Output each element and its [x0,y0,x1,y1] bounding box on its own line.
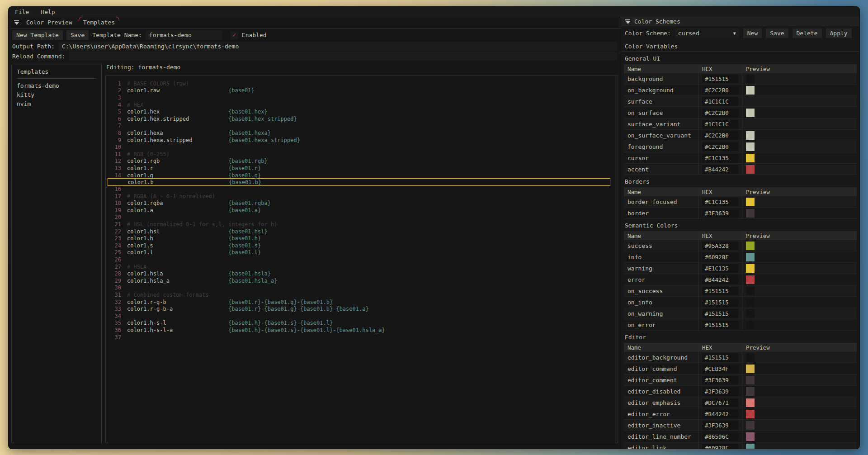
collapse-arrow-icon [625,19,630,24]
color-hex-input[interactable]: #151515 [702,298,738,307]
color-hex-input[interactable]: #95A328 [702,242,738,250]
scheme-delete-button[interactable]: Delete [793,28,822,38]
color-schemes-header[interactable]: Color Schemes [621,17,859,26]
color-swatch[interactable] [746,376,755,384]
color-hex-input[interactable]: #DC7671 [702,398,738,407]
color-hex-cell: #86596C [698,431,742,442]
code-key: color1.r [127,165,228,171]
tab-list-popup-icon[interactable] [14,20,19,25]
color-hex-input[interactable]: #3F3639 [702,421,738,430]
color-hex-input[interactable]: #B44242 [702,410,738,418]
color-hex-input[interactable]: #3F3639 [702,376,738,384]
template-editor: Editing: formats-demo 1# BASE COLORS (ra… [105,64,618,443]
scheme-new-button[interactable]: New [743,28,762,38]
color-swatch[interactable] [746,365,755,373]
color-hex-input[interactable]: #151515 [702,353,738,362]
color-swatch[interactable] [746,410,755,418]
color-table-header: NameHEXPreview [624,343,857,352]
color-preview-cell [742,85,857,95]
color-hex-input[interactable]: #C2C2B0 [702,86,738,95]
color-swatch[interactable] [746,264,755,273]
color-table: NameHEXPreviewbackground#151515on_backgr… [624,64,857,175]
color-hex-input[interactable]: #B44242 [702,275,738,284]
color-hex-input[interactable]: #151515 [702,75,738,83]
color-swatch[interactable] [746,398,755,407]
color-swatch[interactable] [746,97,755,106]
template-list-item[interactable]: formats-demo [17,81,96,90]
color-swatch[interactable] [746,109,755,117]
color-preview-cell [742,297,857,308]
color-preview-cell [742,118,857,129]
code-key: color1.hex [127,109,228,115]
color-swatch[interactable] [746,253,755,261]
color-swatch[interactable] [746,131,755,140]
output-path-input[interactable]: C:\Users\user\AppData\Roaming\clrsync\fo… [58,42,617,51]
template-code-area[interactable]: 1# BASE COLORS (raw)2color1.raw{base01}3… [105,76,618,443]
menu-help[interactable]: Help [41,9,55,15]
enabled-checkbox[interactable]: ✓ [231,31,238,39]
color-hex-input[interactable]: #86596C [702,432,738,441]
scheme-save-button[interactable]: Save [766,28,788,38]
color-swatch[interactable] [746,287,755,295]
color-hex-cell: #C2C2B0 [698,141,742,152]
color-hex-input[interactable]: #3F3639 [702,387,738,396]
code-line: 28color1.hsla{base01.hsla} [109,270,614,277]
color-swatch[interactable] [746,421,755,430]
color-hex-input[interactable]: #1C1C1C [702,120,738,128]
line-number: 3 [109,95,121,101]
reload-command-input[interactable] [69,52,617,61]
color-swatch[interactable] [746,298,755,307]
color-swatch[interactable] [746,309,755,318]
color-hex-input[interactable]: #3F3639 [702,209,738,218]
column-header: Name [624,343,698,352]
color-hex-input[interactable]: #151515 [702,309,738,318]
template-list-item[interactable]: kitty [17,90,96,100]
color-swatch[interactable] [746,165,755,174]
code-edit-input[interactable]: color1.b{base01.b} [108,178,610,186]
color-name-cell: on_info [624,297,698,308]
color-hex-input[interactable]: #C2C2B0 [702,142,738,151]
color-table-row: error#B44242 [624,274,857,285]
color-swatch[interactable] [746,353,755,362]
color-swatch[interactable] [746,86,755,95]
color-swatch[interactable] [746,321,755,329]
color-hex-input[interactable]: #1C1C1C [702,97,738,106]
tab-templates[interactable]: Templates [80,17,118,28]
color-hex-input[interactable]: #60928F [702,444,738,449]
save-template-button[interactable]: Save [66,30,89,40]
color-hex-input[interactable]: #C2C2B0 [702,109,738,117]
color-swatch[interactable] [746,209,755,218]
color-swatch[interactable] [746,275,755,284]
color-name-cell: cursor [624,152,698,163]
color-hex-input[interactable]: #60928F [702,253,738,261]
scheme-apply-button[interactable]: Apply [826,28,852,38]
code-line: 2color1.raw{base01} [109,87,614,95]
color-hex-input[interactable]: #E1C135 [702,154,738,162]
color-hex-input[interactable]: #B44242 [702,165,738,174]
template-toolbar: New Template Save Template Name: formats… [9,28,621,41]
color-swatch[interactable] [746,120,755,128]
template-list-item[interactable]: nvim [17,100,96,109]
column-header: Name [624,64,698,73]
color-preview-cell [742,196,857,207]
color-swatch[interactable] [746,142,755,151]
color-swatch[interactable] [746,444,755,449]
color-hex-input[interactable]: #E1C135 [702,198,738,206]
tab-color-preview[interactable]: Color Preview [24,17,75,28]
color-hex-input[interactable]: #E1C135 [702,264,738,273]
color-swatch[interactable] [746,387,755,396]
color-scheme-combo[interactable]: cursed ▼ [675,28,739,38]
color-swatch[interactable] [746,242,755,250]
color-hex-input[interactable]: #C2C2B0 [702,131,738,140]
color-table-row: editor_command#CEB34F [624,363,857,374]
color-swatch[interactable] [746,75,755,83]
new-template-button[interactable]: New Template [12,30,63,40]
color-swatch[interactable] [746,432,755,441]
menu-file[interactable]: File [15,9,29,15]
color-hex-input[interactable]: #151515 [702,321,738,329]
template-name-input[interactable]: formats-demo [146,30,222,40]
color-hex-input[interactable]: #CEB34F [702,365,738,373]
color-swatch[interactable] [746,154,755,162]
color-swatch[interactable] [746,198,755,206]
color-hex-input[interactable]: #151515 [702,287,738,295]
